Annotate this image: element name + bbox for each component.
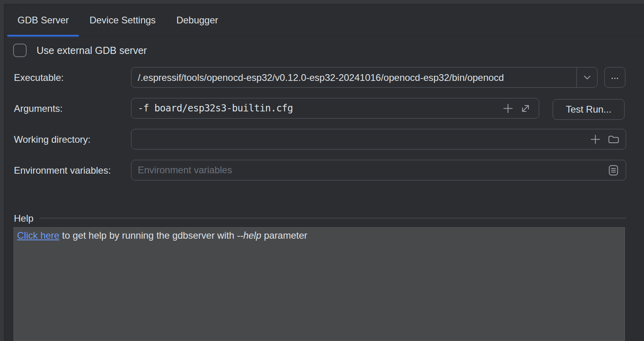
tab-debugger[interactable]: Debugger bbox=[166, 4, 228, 36]
help-click-here-link[interactable]: Click here bbox=[17, 230, 60, 241]
environment-variables-input[interactable] bbox=[131, 160, 626, 180]
executable-browse-button[interactable]: ... bbox=[604, 67, 625, 88]
help-flag-text: --help bbox=[237, 230, 261, 241]
executable-label: Executable: bbox=[14, 73, 64, 82]
help-section-title: Help bbox=[14, 213, 33, 224]
help-output-area[interactable]: Click here to get help by running the gd… bbox=[13, 227, 625, 341]
arguments-input[interactable] bbox=[131, 98, 539, 119]
tab-gdb-server[interactable]: GDB Server bbox=[7, 4, 79, 36]
chevron-down-icon[interactable] bbox=[577, 67, 597, 87]
tab-gdb-server-label: GDB Server bbox=[17, 15, 69, 26]
browse-variables-list-icon[interactable] bbox=[608, 165, 619, 176]
executable-value[interactable]: /.espressif/tools/openocd-esp32/v0.12.0-… bbox=[131, 68, 577, 87]
use-external-gdb-checkbox[interactable] bbox=[13, 44, 27, 57]
use-external-gdb-label: Use external GDB server bbox=[37, 45, 147, 56]
ellipsis-icon: ... bbox=[611, 70, 619, 81]
environment-variables-label: Environment variables: bbox=[14, 165, 111, 175]
expand-editor-icon[interactable] bbox=[520, 103, 531, 114]
help-text-middle: to get help by running the gdbserver wit… bbox=[60, 230, 237, 241]
arguments-label: Arguments: bbox=[14, 103, 63, 113]
working-directory-label: Working directory: bbox=[14, 134, 91, 144]
executable-combobox[interactable]: /.espressif/tools/openocd-esp32/v0.12.0-… bbox=[131, 67, 598, 88]
tab-bar-divider bbox=[4, 36, 644, 36]
help-section-divider bbox=[39, 218, 626, 218]
working-directory-input[interactable] bbox=[131, 129, 626, 149]
help-text-end: parameter bbox=[261, 230, 307, 241]
add-path-icon[interactable] bbox=[590, 134, 601, 145]
add-argument-icon[interactable] bbox=[503, 103, 513, 114]
tab-debugger-label: Debugger bbox=[176, 15, 218, 26]
folder-icon[interactable] bbox=[607, 134, 620, 145]
test-run-button[interactable]: Test Run... bbox=[553, 99, 625, 120]
test-run-label: Test Run... bbox=[566, 104, 611, 115]
tab-bar: GDB Server Device Settings Debugger bbox=[7, 4, 229, 36]
tab-device-settings-label: Device Settings bbox=[89, 15, 156, 26]
tab-device-settings[interactable]: Device Settings bbox=[79, 4, 166, 36]
